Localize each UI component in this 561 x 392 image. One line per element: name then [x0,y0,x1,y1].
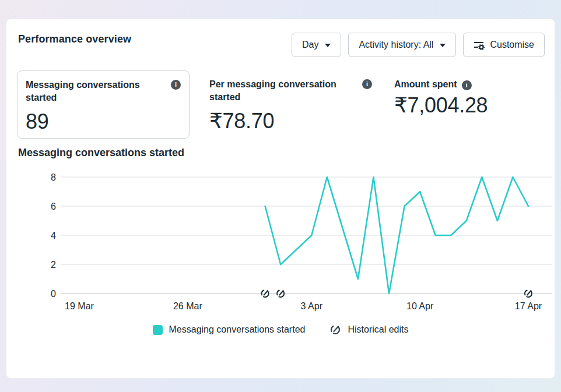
toolbar: Day Activity history: All Customise [292,33,545,57]
metric-label: Per messaging conversation started [209,78,354,104]
metric-value: ₹78.70 [209,109,372,133]
svg-text:0: 0 [51,289,56,299]
customise-sliders-icon [474,40,485,50]
day-dropdown-label: Day [302,40,318,50]
legend-edits-label: Historical edits [348,324,408,335]
performance-chart[interactable]: 0246819 Mar26 Mar3 Apr10 Apr17 Apr [6,171,556,317]
metric-label: Messaging conversations started [26,79,170,104]
activity-history-label: Activity history: All [359,40,433,50]
legend-item-series: Messaging conversations started [153,324,306,335]
chart-legend: Messaging conversations started Historic… [6,324,555,336]
day-dropdown[interactable]: Day [292,33,341,57]
series-swatch [153,325,163,335]
metric-cards: Messaging conversations started 89 Per m… [17,70,561,141]
metric-card-amount-spent[interactable]: Amount spent ₹7,004.28 [386,70,555,141]
page-title: Performance overview [18,33,131,45]
info-icon[interactable] [171,80,181,90]
historical-edit-marker [262,290,269,297]
info-icon[interactable] [362,79,372,89]
customise-label: Customise [490,40,534,50]
svg-text:10 Apr: 10 Apr [406,301,434,311]
legend-item-edits: Historical edits [329,324,408,336]
metric-card-per-conversation[interactable]: Per messaging conversation started ₹78.7… [201,70,380,141]
metric-value: ₹7,004.28 [394,93,547,118]
info-icon[interactable] [462,80,472,90]
chevron-down-icon [440,44,446,47]
metric-value: 89 [26,110,181,134]
svg-text:2: 2 [51,260,56,270]
svg-text:8: 8 [51,172,56,182]
metric-card-messaging-conversations[interactable]: Messaging conversations started 89 [17,70,190,139]
historical-edit-marker [525,290,532,297]
historical-edit-marker [277,290,284,297]
activity-history-dropdown[interactable]: Activity history: All [348,33,456,57]
svg-text:4: 4 [51,231,56,241]
svg-text:26 Mar: 26 Mar [173,301,202,311]
customise-button[interactable]: Customise [463,33,545,57]
metric-label: Amount spent [394,78,457,91]
chart-title: Messaging conversations started [18,147,184,159]
performance-overview-panel: Performance overview Day Activity histor… [6,19,555,379]
svg-text:19 Mar: 19 Mar [65,301,94,311]
chevron-down-icon [325,44,331,47]
svg-text:6: 6 [51,202,56,211]
legend-series-label: Messaging conversations started [169,324,306,335]
svg-text:3 Apr: 3 Apr [301,301,323,311]
svg-text:17 Apr: 17 Apr [515,301,542,311]
historical-edits-icon [329,324,341,336]
